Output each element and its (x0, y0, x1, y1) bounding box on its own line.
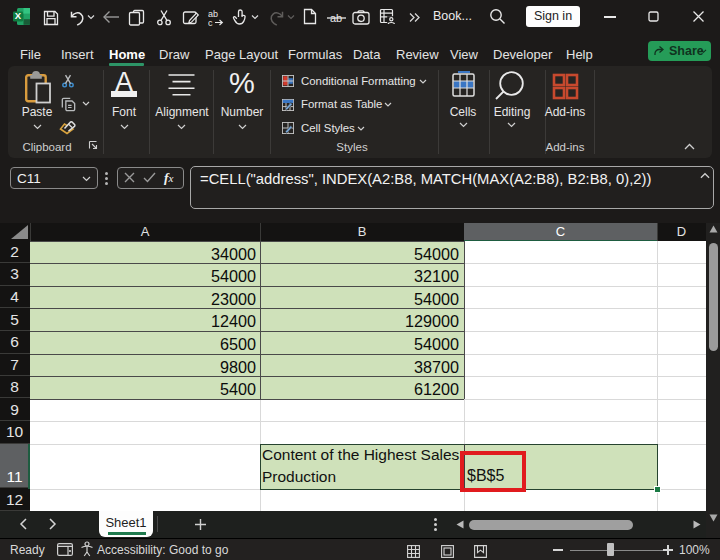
svg-text:X: X (15, 10, 22, 21)
svg-text:c: c (208, 18, 213, 28)
